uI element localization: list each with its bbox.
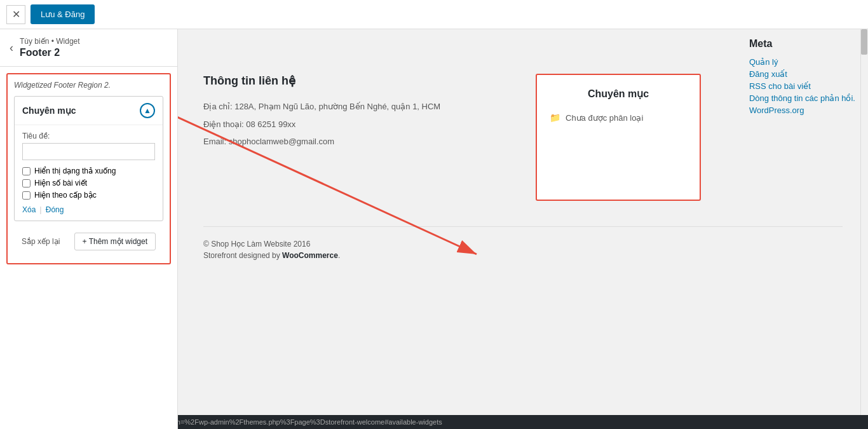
scroll-thumb[interactable] xyxy=(861,29,867,55)
chuyenmuc-box-title: Chuyên mục xyxy=(550,88,687,100)
footer-bottom: © Shop Học Làm Website 2016 Storefront d… xyxy=(203,226,843,275)
meta-panel: Meta Quản lý Đăng xuất RSS cho bài viết … xyxy=(749,38,855,118)
meta-link-dangxuat[interactable]: Đăng xuất xyxy=(749,69,855,79)
widget-title-field: Tiêu đề: xyxy=(22,132,155,160)
top-bar-left: ✕ Lưu & Đăng xyxy=(6,4,95,24)
sidebar-breadcrumb-block: Tùy biến • Widget Footer 2 xyxy=(20,37,80,58)
meta-link-wordpress[interactable]: WordPress.org xyxy=(749,106,855,115)
checkbox-hierarchy[interactable] xyxy=(22,191,31,200)
footer-col-contact: Thông tin liên hệ Địa chỉ: 128A, Phạm Ng… xyxy=(203,74,510,201)
title-label: Tiêu đề: xyxy=(22,132,155,140)
close-button[interactable]: ✕ xyxy=(6,5,25,24)
add-widget-button[interactable]: + Thêm một widget xyxy=(74,233,156,250)
category-item-label: Chưa được phân loại xyxy=(566,113,643,123)
close-link[interactable]: Đóng xyxy=(46,205,64,214)
back-button[interactable]: ‹ xyxy=(10,42,13,53)
checkbox-group: Hiển thị dạng thả xuống Hiện số bài viết… xyxy=(22,167,155,200)
sort-button[interactable]: Sắp xếp lại xyxy=(22,237,60,246)
widget-region-label: Widgetized Footer Region 2. xyxy=(14,81,163,90)
widget-body: Tiêu đề: Hiển thị dạng thả xuống Hiện số… xyxy=(15,125,163,221)
footer-copyright: © Shop Học Làm Website 2016 xyxy=(203,240,843,249)
meta-link-quanly[interactable]: Quản lý xyxy=(749,57,855,67)
sidebar-title: Footer 2 xyxy=(20,47,80,58)
widget-item-header[interactable]: Chuyên mục ▲ xyxy=(15,97,163,125)
delete-link[interactable]: Xóa xyxy=(22,205,36,214)
widget-toggle-button[interactable]: ▲ xyxy=(140,103,155,118)
checkbox-dropdown[interactable] xyxy=(22,167,31,175)
checkbox-count[interactable] xyxy=(22,179,31,187)
sidebar-header: ‹ Tùy biến • Widget Footer 2 xyxy=(0,29,177,67)
designed-by-end: . xyxy=(338,251,340,260)
top-bar: ✕ Lưu & Đăng xyxy=(0,0,868,29)
action-sep: | xyxy=(39,205,41,214)
contact-info: Địa chỉ: 128A, Phạm Ngũ Lão, phường Bến … xyxy=(203,100,510,148)
meta-link-comments-rss[interactable]: Dòng thông tin các phản hồi. xyxy=(749,93,855,103)
breadcrumb: Tùy biến • Widget xyxy=(20,37,80,46)
breadcrumb-sep: • xyxy=(51,37,54,46)
designed-by-text: Storefront designed by xyxy=(203,251,282,260)
breadcrumb-parent: Tùy biến xyxy=(20,37,49,46)
widget-actions: Xóa | Đóng xyxy=(22,205,155,214)
save-publish-button[interactable]: Lưu & Đăng xyxy=(31,4,95,24)
widget-item-chuyenmuc: Chuyên mục ▲ Tiêu đề: Hiển thị dạng thả … xyxy=(14,96,163,221)
contact-address: Địa chỉ: 128A, Phạm Ngũ Lão, phường Bến … xyxy=(203,100,510,113)
checkbox-item-count: Hiện số bài viết xyxy=(22,179,155,187)
checkbox-item-hierarchy: Hiện theo cấp bậc xyxy=(22,191,155,200)
checkbox-count-label: Hiện số bài viết xyxy=(34,179,87,187)
widget-container: Widgetized Footer Region 2. Chuyên mục ▲… xyxy=(6,73,171,264)
breadcrumb-child: Widget xyxy=(56,37,79,46)
widget-item-title: Chuyên mục xyxy=(22,106,76,116)
scrollbar[interactable] xyxy=(860,29,868,415)
woocommerce-brand: WooCommerce xyxy=(282,251,338,260)
title-input[interactable] xyxy=(22,143,155,160)
meta-link-rss[interactable]: RSS cho bài viết xyxy=(749,81,855,91)
checkbox-item-dropdown: Hiển thị dạng thả xuống xyxy=(22,167,155,175)
contact-phone: Điện thoại: 08 6251 99xx xyxy=(203,118,510,131)
main-content: Meta Quản lý Đăng xuất RSS cho bài viết … xyxy=(178,29,868,429)
contact-email: Email: shophoclamweb@gmail.com xyxy=(203,135,510,148)
footer-col1-title: Thông tin liên hệ xyxy=(203,74,510,88)
sidebar-footer-actions: Sắp xếp lại + Thêm một widget xyxy=(14,226,163,257)
footer-designed-by: Storefront designed by WooCommerce. xyxy=(203,251,843,260)
meta-title: Meta xyxy=(749,38,855,50)
chuyenmuc-box: Chuyên mục 📁 Chưa được phân loại xyxy=(536,74,701,201)
footer-columns: Thông tin liên hệ Địa chỉ: 128A, Phạm Ng… xyxy=(203,55,843,220)
chuyenmuc-item: 📁 Chưa được phân loại xyxy=(550,112,687,123)
checkbox-dropdown-label: Hiển thị dạng thả xuống xyxy=(34,167,116,175)
checkbox-hierarchy-label: Hiện theo cấp bậc xyxy=(34,191,97,200)
folder-icon: 📁 xyxy=(550,112,560,123)
sidebar: ‹ Tùy biến • Widget Footer 2 Widgetized … xyxy=(0,29,178,429)
